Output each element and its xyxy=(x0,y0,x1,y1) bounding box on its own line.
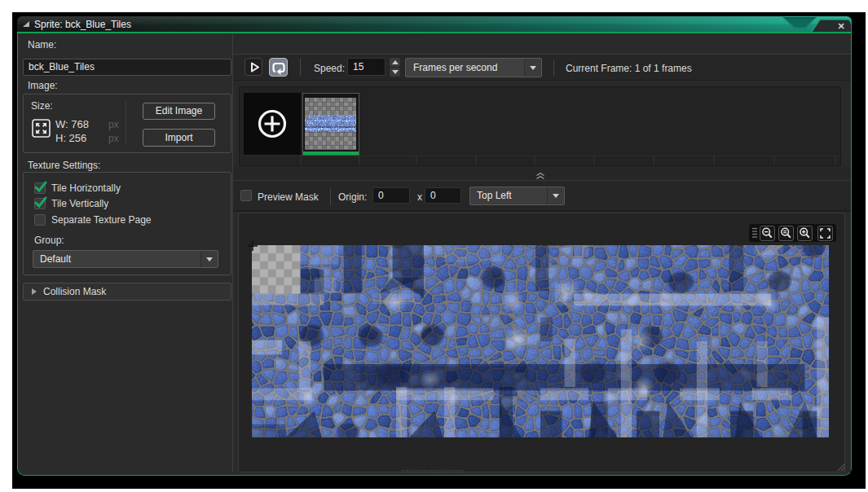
svg-text:✕: ✕ xyxy=(837,21,844,31)
